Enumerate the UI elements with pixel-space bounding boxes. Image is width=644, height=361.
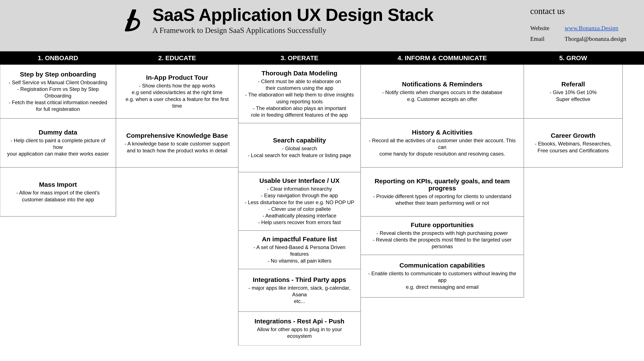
cell-title: Thorough Data Modeling — [244, 70, 355, 77]
cell-line: and to teach how the product works in de… — [121, 147, 233, 154]
cell-line: using reporting tools — [244, 98, 355, 105]
cell-line: - Less disturbance for the user e.g. NO … — [244, 199, 355, 206]
col-header-grow: 5. GROW — [524, 54, 622, 62]
col-header-operate: 3. OPERATE — [238, 54, 361, 62]
contact-heading: contact us — [530, 6, 627, 16]
page-subtitle: A Framework to Design SaaS Applications … — [152, 26, 434, 35]
cell-line: - A knowledge base to scale customer sup… — [121, 140, 233, 147]
cell-title: Referall — [529, 81, 617, 88]
cell-title: Reporting on KPIs, quartely goals, and t… — [366, 177, 518, 192]
cell-title: Integrations - Rest Api - Push — [244, 317, 355, 325]
cell-line: - Ebooks, Webinars, Researches, — [529, 140, 617, 147]
cell-title: Notifications & Reminders — [366, 81, 518, 88]
cell-line: - A set of Need-Based & Persona Driven f… — [244, 244, 355, 257]
cell-title: Step by Step onboarding — [5, 71, 110, 78]
cell-grow-0: Referall - Give 10% Get 10% Super effect… — [524, 65, 623, 119]
cell-line: - Notify clients when changes occurs in … — [366, 89, 518, 96]
cell-line: - The elaboration also plays an importan… — [244, 105, 355, 112]
contact-block: contact us Website www.Bonanza.Design Em… — [530, 6, 633, 46]
cell-inform-1: History & Acitivities - Record all the a… — [360, 118, 524, 168]
cell-line: - major apps like intercom, slack, g-cal… — [244, 284, 355, 298]
contact-email-label: Email — [530, 36, 556, 42]
cell-title: Communication capabilities — [366, 262, 518, 269]
cell-line: - No vitamins, all pain killers — [244, 257, 355, 264]
cell-line: Free courses and Certifications — [529, 147, 617, 154]
col-header-onboard: 1. ONBOARD — [0, 54, 116, 62]
cell-line: come handy for dispute resolution and re… — [366, 150, 518, 157]
cell-educate-1: Comprehensive Knowledge Base - A knowled… — [116, 118, 238, 168]
cell-line: Super effective — [529, 96, 617, 103]
cell-line: - Easy navigation through the app — [244, 192, 355, 199]
cell-operate-2: Usable User Interface / UX - Clear infor… — [238, 172, 361, 231]
cell-line: - Client must be able to elaborate on — [244, 78, 355, 85]
title-block: SaaS Application UX Design Stack A Frame… — [152, 6, 434, 35]
cell-line: role in feeding different features of th… — [244, 112, 355, 118]
cell-title: Search capability — [244, 137, 355, 144]
cell-title: Comprehensive Knowledge Base — [121, 132, 233, 139]
contact-email-value: Thorgal@bonanza.design — [564, 36, 626, 42]
cell-educate-0: In-App Product Tour - Show clients how t… — [116, 65, 238, 119]
cell-line: - Self Service vs Manual Client Onboardi… — [5, 79, 110, 86]
cell-title: Usable User Interface / UX — [244, 177, 355, 184]
cell-line: your application can make their works ea… — [5, 150, 110, 157]
cell-line: - Enable clients to communicate to custo… — [366, 270, 518, 283]
cell-line: e.g. when a user checks a feature for th… — [121, 96, 233, 109]
cell-line: - Allow for mass import of the client's — [5, 189, 110, 196]
cell-line: e.g send videos/articles at the right ti… — [121, 89, 233, 96]
col-header-inform: 4. INFORM & COMMUNICATE — [361, 54, 524, 62]
col-grow: Referall - Give 10% Get 10% Super effect… — [524, 65, 622, 167]
header: SaaS Application UX Design Stack A Frame… — [0, 0, 644, 51]
cell-inform-2: Reporting on KPIs, quartely goals, and t… — [360, 167, 524, 217]
cell-line: - Help users recover from errors fast — [244, 219, 355, 226]
cell-title: An impactful Feature list — [244, 235, 355, 243]
cell-line: e.g. Customer accepts an offer — [366, 96, 518, 103]
cell-line: Allow for other apps to plug in to your — [244, 326, 355, 333]
cell-line: - Reveal clients the prospects most fitt… — [366, 236, 518, 250]
cell-operate-1: Search capability - Global search - Loca… — [238, 123, 361, 172]
cell-operate-5: Integrations - Rest Api - Push Allow for… — [238, 311, 361, 345]
header-left: SaaS Application UX Design Stack A Frame… — [11, 6, 530, 35]
b-logo-icon — [121, 9, 145, 32]
cell-line: for full registeration — [5, 106, 110, 112]
cell-line: e.g. direct messaging and email — [366, 284, 518, 290]
contact-email-row: Email Thorgal@bonanza.design — [530, 36, 627, 42]
cell-line: - Reveal clients the prospects with high… — [366, 230, 518, 236]
cell-onboard-1: Dummy data - Help client to paint a comp… — [0, 118, 116, 168]
brand-logo — [120, 8, 146, 33]
grid-body: Step by Step onboarding - Self Service v… — [0, 65, 644, 345]
cell-title: Integrations - Third Party apps — [244, 276, 355, 283]
cell-title: Dummy data — [5, 129, 110, 136]
cell-line: customer database into the app — [5, 196, 110, 203]
cell-line: - Help client to paint a complete pictur… — [5, 137, 110, 150]
cell-onboard-2: Mass Import - Allow for mass import of t… — [0, 167, 116, 217]
contact-website-link[interactable]: www.Bonanza.Design — [564, 25, 618, 32]
cell-operate-4: Integrations - Third Party apps - major … — [238, 269, 361, 312]
cell-line: - Registration Form vs Step by Step Onbo… — [5, 86, 110, 99]
cell-title: Mass Import — [5, 181, 110, 188]
cell-line: - Show clients how the app works — [121, 82, 233, 89]
col-header-educate: 2. EDUCATE — [116, 54, 238, 62]
cell-line: etc... — [244, 298, 355, 304]
cell-line: - Record all the activities of a custome… — [366, 137, 518, 150]
cell-line: whether their team performing well or no… — [366, 200, 518, 206]
cell-title: In-App Product Tour — [121, 74, 233, 81]
cell-line: - Local search for each feature or listi… — [244, 152, 355, 159]
cell-operate-0: Thorough Data Modeling - Client must be … — [238, 65, 361, 123]
cell-line: - Global search — [244, 145, 355, 152]
cell-grow-1: Career Growth - Ebooks, Webinars, Resear… — [524, 118, 623, 168]
cell-title: Career Growth — [529, 132, 617, 139]
contact-website-label: Website — [530, 25, 556, 32]
cell-line: - Clear information hirearchy — [244, 185, 355, 192]
cell-title: Future opportunities — [366, 221, 518, 228]
cell-line: ecosystem — [244, 333, 355, 339]
cell-inform-0: Notifications & Reminders - Notify clien… — [360, 65, 524, 119]
cell-inform-4: Communication capabilities - Enable clie… — [360, 255, 524, 298]
col-educate: In-App Product Tour - Show clients how t… — [116, 65, 238, 167]
cell-operate-3: An impactful Feature list - A set of Nee… — [238, 230, 361, 269]
cell-line: their customers using the app — [244, 85, 355, 91]
cell-title: History & Acitivities — [366, 129, 518, 136]
contact-website-row: Website www.Bonanza.Design — [530, 25, 627, 32]
cell-line: - Clever use of color pallete — [244, 206, 355, 212]
cell-line: - Give 10% Get 10% — [529, 89, 617, 96]
cell-line: - The elaboration will help them to driv… — [244, 91, 355, 98]
